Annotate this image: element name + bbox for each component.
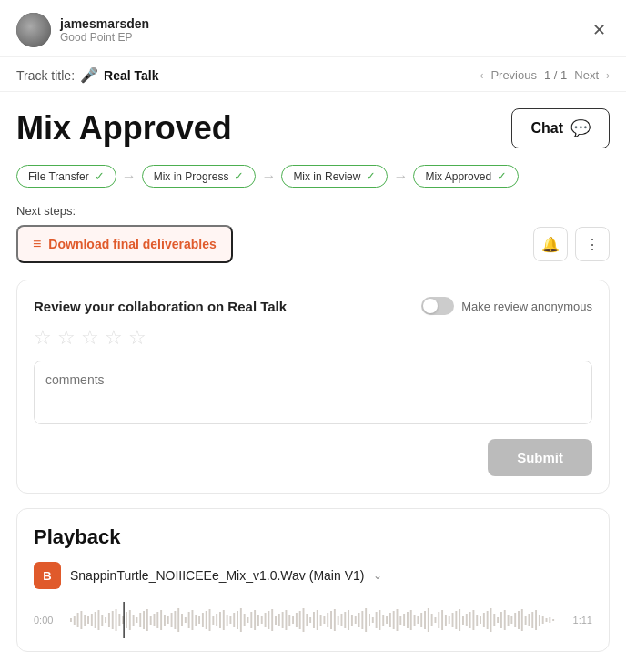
svg-rect-27 [164,615,166,626]
svg-rect-117 [476,615,478,626]
svg-rect-69 [309,617,311,623]
svg-rect-7 [95,612,96,628]
svg-rect-114 [466,614,468,626]
svg-rect-96 [403,614,405,626]
svg-rect-16 [126,612,127,628]
next-step-label: Download final deliverables [48,237,216,251]
download-deliverables-button[interactable]: ≡ Download final deliverables [16,225,233,263]
svg-rect-112 [459,609,460,631]
svg-rect-5 [87,616,89,624]
waveform-row: 0:00 // Generated inline via JS after lo… [34,602,592,651]
svg-rect-68 [306,614,308,626]
check-icon: ✓ [234,169,244,183]
svg-rect-92 [389,613,391,627]
svg-rect-26 [160,610,162,630]
svg-rect-3 [80,611,82,629]
svg-rect-83 [358,613,360,627]
track-name: Real Talk [104,68,158,83]
svg-rect-129 [518,611,520,629]
svg-rect-10 [105,617,106,623]
svg-rect-52 [250,612,252,628]
check-icon: ✓ [366,169,376,183]
svg-rect-90 [382,615,384,626]
bell-button[interactable]: 🔔 [533,227,568,261]
svg-rect-56 [265,613,267,627]
time-start: 0:00 [34,615,61,626]
svg-rect-24 [154,614,156,626]
svg-rect-72 [320,615,322,626]
more-options-button[interactable]: ⋮ [575,227,610,261]
next-steps-section: Next steps: ≡ Download final deliverable… [16,204,610,263]
svg-rect-95 [399,616,401,625]
svg-rect-59 [275,616,277,625]
star-5[interactable]: ☆ [128,326,146,350]
svg-rect-34 [188,612,190,628]
svg-rect-47 [233,613,235,627]
prev-button[interactable]: Previous [490,68,537,82]
svg-rect-51 [247,617,249,623]
svg-rect-101 [420,613,422,627]
star-2[interactable]: ☆ [57,326,76,350]
track-nav: ‹ Previous 1 / 1 Next › [480,68,610,82]
svg-rect-71 [317,610,318,630]
check-icon: ✓ [497,169,507,183]
svg-rect-135 [539,615,540,626]
star-4[interactable]: ☆ [105,326,123,350]
svg-rect-80 [348,610,349,630]
chevron-down-icon: ⌄ [373,569,382,582]
mix-title: Mix Approved [16,109,232,148]
svg-rect-115 [470,612,471,628]
prev-chevron-icon: ‹ [480,69,483,82]
svg-rect-37 [198,616,200,624]
arrow-icon-1: → [122,168,136,185]
svg-rect-87 [372,617,374,623]
svg-rect-118 [480,616,481,624]
next-button[interactable]: Next [574,68,599,82]
submit-button[interactable]: Submit [488,439,592,476]
star-rating[interactable]: ☆ ☆ ☆ ☆ ☆ [34,326,592,350]
svg-rect-2 [77,613,79,627]
svg-rect-139 [552,619,554,621]
toggle-switch[interactable] [421,297,454,315]
chat-button[interactable]: Chat 💬 [511,108,610,148]
svg-rect-125 [504,610,506,630]
project-name: Good Point EP [60,31,149,44]
svg-rect-53 [254,610,256,630]
svg-rect-116 [472,610,474,630]
svg-rect-67 [303,608,305,632]
review-section: Review your collaboration on Real Talk M… [16,280,610,494]
svg-rect-98 [410,610,412,630]
svg-rect-44 [223,610,225,630]
waveform[interactable]: // Generated inline via JS after load [70,602,556,638]
svg-rect-97 [407,612,409,628]
close-button[interactable]: ✕ [589,16,610,44]
svg-rect-121 [490,608,492,632]
svg-rect-131 [525,616,527,625]
svg-rect-81 [351,615,353,626]
svg-rect-39 [206,611,207,629]
svg-rect-119 [483,613,485,627]
check-icon: ✓ [95,169,105,183]
svg-rect-82 [355,616,357,624]
comments-input[interactable] [34,361,592,424]
svg-rect-45 [227,615,228,626]
star-1[interactable]: ☆ [34,326,52,350]
svg-rect-13 [116,609,117,631]
svg-rect-137 [546,618,548,622]
next-steps-actions: 🔔 ⋮ [533,227,610,261]
svg-rect-123 [497,617,499,623]
svg-rect-70 [313,612,315,628]
svg-rect-60 [278,614,280,626]
svg-rect-33 [185,617,187,623]
svg-rect-64 [292,616,294,624]
star-3[interactable]: ☆ [81,326,99,350]
svg-rect-36 [195,615,197,626]
user-info: jamesmarsden Good Point EP [60,16,149,44]
svg-rect-109 [449,616,450,624]
svg-rect-120 [487,611,489,629]
avatar [16,13,51,47]
svg-rect-78 [341,614,343,626]
main-content: Mix Approved Chat 💬 File Transfer ✓ → Mi… [0,92,626,652]
track-selector[interactable]: B SnappinTurtle_NOIIICEEe_Mix_v1.0.Wav (… [34,562,592,589]
playback-title: Playback [34,525,592,549]
